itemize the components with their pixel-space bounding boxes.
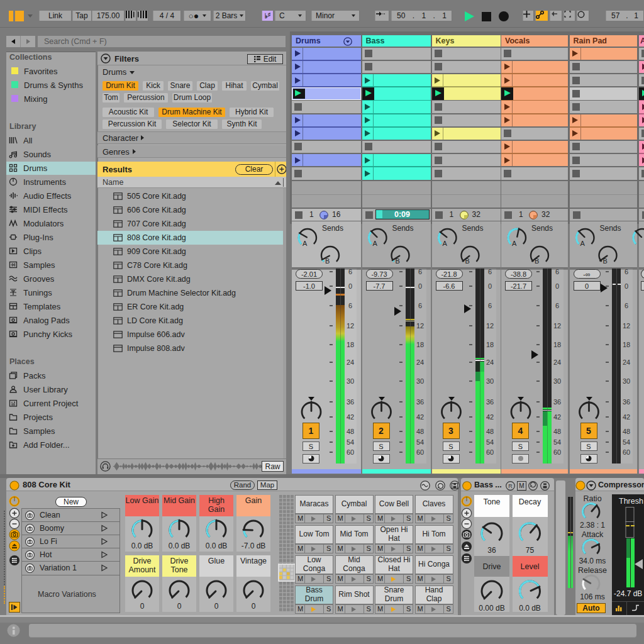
svg-text:R: R bbox=[508, 482, 513, 489]
